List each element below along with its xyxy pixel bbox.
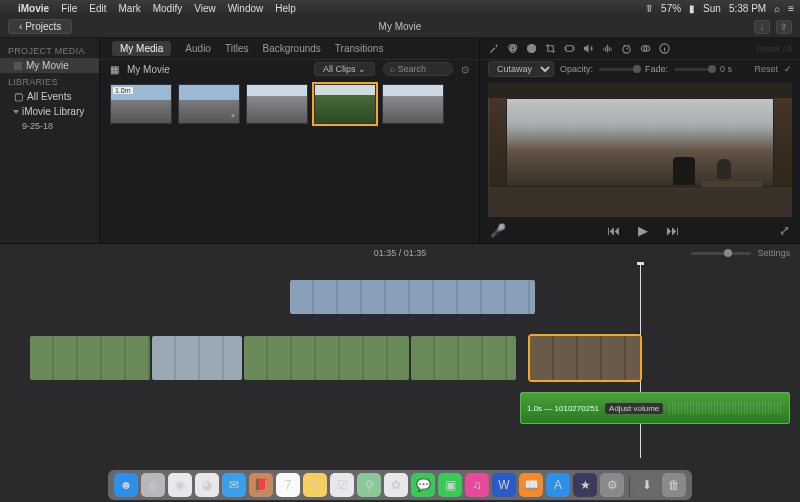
media-thumb-grid: 1.0m＋ [100,78,479,243]
media-thumb-clip-road[interactable]: 1.0m [110,84,172,124]
clip-filter-icon[interactable] [640,43,651,54]
sidebar-item-all-events[interactable]: ▢All Events [0,89,99,104]
media-thumb-clip-city[interactable] [246,84,308,124]
media-thumb-clip-road-2[interactable]: ＋ [178,84,240,124]
media-thumb-clip-city-2[interactable] [382,84,444,124]
notifications-icon[interactable]: ≡ [788,3,794,14]
sidebar-item-project[interactable]: My Movie [0,58,99,73]
fade-slider[interactable] [674,68,714,71]
calendar-icon[interactable]: 7 [276,473,300,497]
event-name: My Movie [127,64,170,75]
menu-file[interactable]: File [61,3,77,14]
reminders-icon[interactable]: ☑ [330,473,354,497]
info-icon[interactable] [659,43,670,54]
menu-mark[interactable]: Mark [118,3,140,14]
chevron-left-icon: ‹ [19,21,22,32]
finder-icon[interactable]: ☻ [114,473,138,497]
menu-view[interactable]: View [194,3,216,14]
disclosure-triangle-icon[interactable] [13,110,19,114]
grid-view-icon[interactable]: ▦ [110,64,119,75]
adjust-volume-tooltip: Adjust volume [605,403,663,414]
crop-icon[interactable] [545,43,556,54]
wifi-icon[interactable]: ⥣ [645,3,653,14]
menu-help[interactable]: Help [275,3,296,14]
sidebar-item-event[interactable]: 9-25-18 [0,119,99,133]
notes-icon[interactable]: ✎ [303,473,327,497]
mail-icon[interactable]: ✉ [222,473,246,497]
contacts-icon[interactable]: 📕 [249,473,273,497]
appstore-icon[interactable]: A [546,473,570,497]
macos-dock: ☻◎◉◕✉📕7✎☑⚲✿💬▣♫W📖A★⚙⬇🗑 [108,470,692,500]
noise-reduction-icon[interactable] [602,43,613,54]
skip-back-icon[interactable]: ⏮ [607,223,620,238]
view-options-icon[interactable]: ⊙ [461,64,469,75]
auto-enhance-icon[interactable] [488,43,499,54]
expand-icon[interactable]: ⤢ [779,223,790,238]
timeline-clip-city[interactable] [152,336,242,380]
media-thumb-clip-valley[interactable] [314,84,376,124]
preferences-icon[interactable]: ⚙ [600,473,624,497]
share-button[interactable]: ⇪ [776,20,792,34]
tab-transitions[interactable]: Transitions [335,43,384,54]
downloads-icon[interactable]: ⬇ [635,473,659,497]
apply-button[interactable]: ✓ [784,64,792,74]
viewer-panel: Reset All Cutaway Opacity: Fade: 0 s Res… [480,38,800,243]
timeline-pip-road[interactable] [290,280,535,314]
volume-icon[interactable] [583,43,594,54]
timeline-audio-track[interactable]: 1.0s — 1010270251Adjust volume [520,392,790,424]
opacity-slider[interactable] [599,68,639,71]
messages-icon[interactable]: 💬 [411,473,435,497]
settings-button[interactable]: Settings [757,248,790,258]
folder-icon: ▢ [14,91,23,102]
timeline-clip-green-3[interactable] [411,336,516,380]
menu-modify[interactable]: Modify [153,3,182,14]
imovie-icon[interactable]: ★ [573,473,597,497]
microphone-icon[interactable]: 🎤 [490,223,506,238]
tab-titles[interactable]: Titles [225,43,249,54]
favorite-add-icon[interactable]: ＋ [229,110,237,121]
preview-viewer[interactable] [488,82,792,217]
import-button[interactable]: ↓ [754,20,770,34]
stabilization-icon[interactable] [564,43,575,54]
color-balance-icon[interactable] [507,43,518,54]
timeline-zoom: Settings [691,248,790,258]
ibooks-icon[interactable]: 📖 [519,473,543,497]
zoom-slider[interactable] [691,252,751,255]
speed-icon[interactable] [621,43,632,54]
facetime-icon[interactable]: ▣ [438,473,462,497]
sidebar-item-library[interactable]: iMovie Library [0,104,99,119]
app-name[interactable]: iMovie [18,3,49,14]
launchpad-icon[interactable]: ◎ [141,473,165,497]
reset-button[interactable]: Reset [754,64,778,74]
spotlight-icon[interactable]: ⌕ [774,3,780,14]
fade-value: 0 s [720,64,732,74]
timeline-clip-green-2[interactable] [244,336,409,380]
play-icon[interactable]: ▶ [638,223,648,238]
safari-icon[interactable]: ◉ [168,473,192,497]
allclips-dropdown[interactable]: All Clips ⌄ [314,62,375,76]
maps-icon[interactable]: ⚲ [357,473,381,497]
itunes-icon[interactable]: ♫ [465,473,489,497]
chrome-icon[interactable]: ◕ [195,473,219,497]
photos-icon[interactable]: ✿ [384,473,408,497]
tab-backgrounds[interactable]: Backgrounds [262,43,320,54]
color-correction-icon[interactable] [526,43,537,54]
overlay-type-select[interactable]: Cutaway [488,61,554,77]
opacity-label: Opacity: [560,64,593,74]
playhead[interactable] [640,262,641,458]
timeline-clip-interior[interactable] [530,336,640,380]
battery-icon[interactable]: ▮ [689,3,695,14]
timeline-clip-valley[interactable] [30,336,150,380]
word-icon[interactable]: W [492,473,516,497]
menu-window[interactable]: Window [228,3,264,14]
timeline-body[interactable]: 1.0s — 1010270251Adjust volume [0,262,800,458]
macos-menubar: iMovie File Edit Mark Modify View Window… [0,0,800,16]
trash-icon[interactable]: 🗑 [662,473,686,497]
fade-label: Fade: [645,64,668,74]
menu-edit[interactable]: Edit [89,3,106,14]
tab-my-media[interactable]: My Media [112,41,171,56]
projects-back-button[interactable]: ‹ Projects [8,19,72,34]
search-input[interactable]: ⌕ Search [383,62,453,76]
tab-audio[interactable]: Audio [185,43,211,54]
skip-forward-icon[interactable]: ⏭ [666,223,679,238]
